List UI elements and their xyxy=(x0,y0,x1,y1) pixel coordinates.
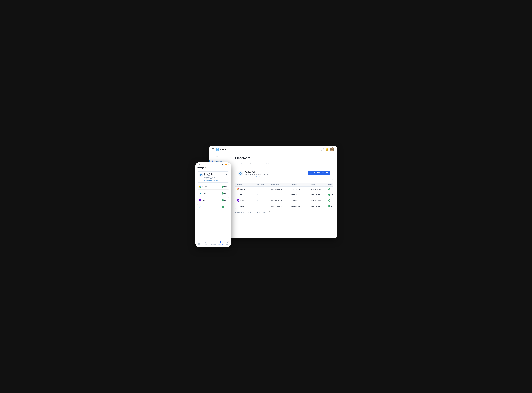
col-status: Status xyxy=(328,184,333,185)
business-name-bing: Company Name Inc. xyxy=(270,194,291,196)
mobile-biz-phone: (858) 123-4339 xyxy=(204,178,224,179)
mobile-listing-name-bing: Bing xyxy=(202,193,206,194)
tab-overview[interactable]: Overview xyxy=(235,162,246,166)
placement-icon-mobile xyxy=(219,241,222,244)
view-listing-google[interactable]: ↗ xyxy=(257,188,270,190)
mobile-status-bing: ✓ LIVE xyxy=(222,192,227,195)
svg-point-1 xyxy=(217,149,218,150)
address-alexa: 355 Sixth Ave xyxy=(291,205,311,207)
svg-text:Y!: Y! xyxy=(200,200,201,201)
yahoo-logo: Y! xyxy=(237,199,239,202)
business-settings-button[interactable]: BUSINESS SETTINGS xyxy=(308,171,330,175)
mobile-nav-placement[interactable]: Placement xyxy=(217,241,224,245)
live-check-icon: ✓ xyxy=(328,205,331,207)
placement-icon xyxy=(212,160,213,162)
view-listing-alexa[interactable]: ↗ xyxy=(257,205,270,207)
mobile-biz-name: Broken Yolk xyxy=(204,173,224,175)
mobile-listing-left-bing: Bing xyxy=(199,192,206,195)
col-address: Address xyxy=(291,184,311,185)
mobile-status-bar: 9:41 ▐▐▐ 📶 🔋 xyxy=(195,162,231,166)
mobile-nav-label-home: Home xyxy=(197,244,201,245)
website-cell-yahoo: Y! Yahoo! xyxy=(237,199,257,202)
help-icon[interactable]: ? xyxy=(321,148,324,151)
contact-hub-icon-mobile xyxy=(205,241,207,244)
terms-link[interactable]: Terms of Service xyxy=(235,211,245,213)
privacy-link[interactable]: Privacy Policy xyxy=(247,211,255,213)
mobile-overlay: 9:41 ▐▐▐ 📶 🔋 Listings ▼ Broke xyxy=(195,162,231,247)
mobile-nav-home[interactable]: Home xyxy=(195,241,203,245)
page-title: Placement xyxy=(235,156,333,160)
address-bing: 355 Sixth Ave xyxy=(291,194,311,196)
gear-icon xyxy=(225,174,227,176)
live-check-icon: ✓ xyxy=(222,206,224,208)
business-name-yahoo: Company Name Inc. xyxy=(270,200,291,201)
mobile-dropdown[interactable]: Listings ▼ xyxy=(197,167,229,169)
col-view-listing: View Listing xyxy=(257,184,270,185)
phone-google: (858) 240-4529 xyxy=(311,189,328,190)
live-check-icon: ✓ xyxy=(328,194,331,196)
business-settings-label: BUSINESS SETTINGS xyxy=(312,172,328,174)
notification-badge xyxy=(328,148,329,149)
col-phone: Phone xyxy=(311,184,328,185)
view-listing-yahoo[interactable]: ↗ xyxy=(257,200,270,201)
google-logo xyxy=(237,188,239,191)
external-link-icon: ↗ xyxy=(257,200,258,201)
mobile-biz-website[interactable]: www.thebrokenyolk.reviews xyxy=(204,180,224,181)
svg-text:Y!: Y! xyxy=(238,200,239,201)
feedback-link[interactable]: Feedback 💬 xyxy=(262,211,270,213)
mobile-biz-address-line1: 355 Sixth Ave, xyxy=(204,175,224,176)
bing-logo xyxy=(237,194,239,196)
avatar[interactable] xyxy=(330,147,334,151)
live-check-icon: ✓ xyxy=(222,192,224,195)
phone-alexa: (858) 240-4529 xyxy=(311,205,328,207)
mobile-nav-payments[interactable]: Payments xyxy=(210,241,217,245)
mobile-listing-item-alexa[interactable]: Alexa ✓ LIVE xyxy=(197,204,229,210)
tab-listings[interactable]: Listings xyxy=(246,162,255,166)
status-google: ✓ LIVE xyxy=(328,188,333,190)
mobile-nav-contact-hub[interactable]: Contact Hub xyxy=(203,241,210,245)
phone-bing: (858) 240-4529 xyxy=(311,194,328,196)
status-bing: ✓ LIVE xyxy=(328,194,333,196)
table-row: Y! Yahoo! ↗ Company Name Inc. 355 Sixth … xyxy=(235,198,333,203)
svg-point-23 xyxy=(206,242,206,243)
business-address: 355 Sixth Ave, San Diego, CA 92101 xyxy=(245,174,308,175)
business-info: Broken Yolk 355 Sixth Ave, San Diego, CA… xyxy=(245,171,308,178)
google-label: Google xyxy=(240,189,245,190)
business-name-alexa: Company Name Inc. xyxy=(270,205,291,207)
svg-point-18 xyxy=(226,174,226,175)
sidebar-item-home[interactable]: Home xyxy=(210,155,231,159)
mobile-listing-left-alexa: Alexa xyxy=(199,206,206,208)
svg-point-3 xyxy=(331,148,333,150)
status-yahoo: ✓ LIVE xyxy=(328,199,333,201)
view-listing-bing[interactable]: ↗ xyxy=(257,194,270,196)
live-check-icon: ✓ xyxy=(328,199,331,201)
yahoo-label: Yahoo! xyxy=(240,200,245,201)
mobile-gear-button[interactable] xyxy=(225,173,228,176)
tab-posts[interactable]: Posts xyxy=(255,162,264,166)
mobile-listing-item-bing[interactable]: Bing ✓ LIVE xyxy=(197,191,229,196)
logo-text: gosite xyxy=(220,148,226,151)
mobile-nav-menu[interactable]: Menu xyxy=(224,241,231,245)
yahoo-logo-mobile: Y! xyxy=(199,199,201,201)
mobile-biz-address-line2: San Diego, CA 92101 xyxy=(204,177,224,178)
svg-point-4 xyxy=(331,150,333,151)
mobile-nav-label-contact-hub: Contact Hub xyxy=(203,244,209,245)
payments-icon-mobile xyxy=(212,241,215,244)
mobile-header: Listings ▼ xyxy=(195,166,231,170)
listings-table: Website View Listing Business Name Addre… xyxy=(235,183,333,209)
mobile-bottom-nav: Home Contact Hub Paym xyxy=(195,240,231,247)
mobile-listing-item-yahoo[interactable]: Y! Yahoo! ✓ LIVE xyxy=(197,197,229,203)
tab-settings[interactable]: Settings xyxy=(264,162,273,166)
hamburger-icon[interactable]: ☰ xyxy=(212,148,214,151)
gosite-logo-icon xyxy=(216,148,219,151)
mobile-listing-name-google: Google xyxy=(202,186,207,187)
business-card: Broken Yolk 355 Sixth Ave, San Diego, CA… xyxy=(235,169,333,180)
mobile-listing-item-google[interactable]: Google ✓ LIVE xyxy=(197,184,229,190)
address-yahoo: 355 Sixth Ave xyxy=(291,200,311,201)
svg-point-25 xyxy=(207,242,207,243)
mobile-nav-label-menu: Menu xyxy=(226,244,229,245)
faq-link[interactable]: FAQ xyxy=(257,211,260,213)
notification-bell[interactable]: 🔔 xyxy=(326,148,328,151)
mobile-time: 9:41 xyxy=(198,164,201,165)
business-website[interactable]: www.thebrokenyolk.reviews xyxy=(245,176,262,178)
